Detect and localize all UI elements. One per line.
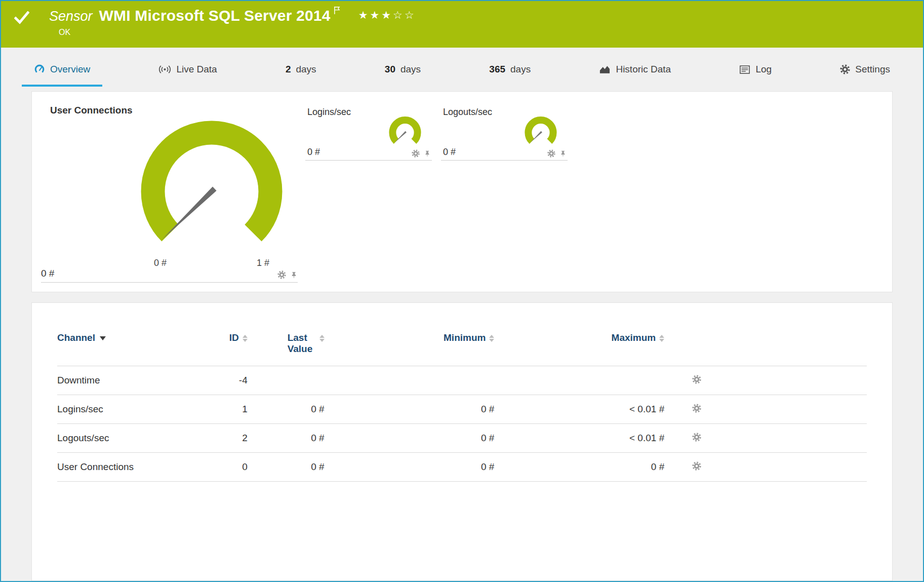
channel-id: 0 — [207, 453, 248, 482]
channel-last-value: 0 # — [248, 424, 325, 453]
channel-minimum — [325, 366, 495, 395]
status-ok-check-icon — [14, 11, 29, 26]
tab-label: Historic Data — [616, 64, 671, 75]
tab-bar: Overview Live Data 2 days 30 days 365 — [1, 48, 923, 91]
column-label: ID — [229, 332, 239, 343]
column-header-maximum[interactable]: Maximum — [494, 332, 664, 366]
gear-icon[interactable] — [277, 270, 286, 279]
channel-name[interactable]: Downtime — [57, 366, 207, 395]
channel-name[interactable]: Logouts/sec — [57, 424, 207, 453]
tab-30-days[interactable]: 30 days — [380, 48, 426, 91]
gear-icon[interactable] — [412, 149, 420, 158]
column-header-channel[interactable]: Channel — [57, 332, 207, 366]
pin-icon[interactable] — [290, 271, 298, 279]
sensor-status-text: OK — [59, 28, 923, 37]
channel-settings-gear-icon[interactable] — [692, 433, 701, 442]
gauge-scale-labels: 0 # 1 # — [126, 258, 298, 268]
prtg-sensor-page: Sensor WMI Microsoft SQL Server 2014 ★★★… — [0, 0, 924, 582]
tab-number: 2 — [286, 64, 291, 75]
column-label: Last Value — [288, 332, 316, 355]
channel-settings-gear-icon[interactable] — [692, 404, 701, 413]
gear-icon — [840, 64, 850, 74]
gauge-scale-max: 1 # — [257, 258, 269, 268]
gear-icon[interactable] — [547, 149, 555, 158]
tab-live-data[interactable]: Live Data — [153, 48, 222, 91]
tab-label: Overview — [50, 64, 90, 75]
channel-last-value: 0 # — [248, 395, 325, 424]
tab-historic-data[interactable]: Historic Data — [594, 48, 676, 91]
channel-settings-gear-icon[interactable] — [692, 461, 701, 471]
tab-label: Log — [755, 64, 772, 75]
column-label: Channel — [57, 332, 95, 343]
live-signal-icon — [158, 64, 171, 75]
tab-label: days — [400, 64, 421, 75]
sort-icon[interactable] — [489, 335, 494, 342]
sort-icon[interactable] — [319, 335, 325, 342]
gauge-scale-min: 0 # — [154, 258, 167, 268]
overview-gauges-panel: User Connections 0 # 1 # 0 # — [31, 91, 893, 292]
channel-table: Channel ID Last Value Minimum Maximum — [57, 332, 867, 482]
column-header-minimum[interactable]: Minimum — [325, 332, 495, 366]
sensor-header: Sensor WMI Microsoft SQL Server 2014 ★★★… — [1, 1, 923, 48]
logouts-gauge-module: Logouts/sec 0 # — [441, 104, 568, 161]
logouts-gauge — [520, 113, 561, 150]
channel-id: 2 — [207, 424, 248, 453]
priority-star-rating[interactable]: ★★★☆☆ — [358, 9, 416, 21]
channel-id: -4 — [207, 366, 248, 395]
tab-label: Settings — [855, 64, 890, 75]
channel-maximum: < 0.01 # — [494, 395, 664, 424]
tab-365-days[interactable]: 365 days — [484, 48, 536, 91]
channel-last-value — [248, 366, 325, 395]
main-gauge-footer: 0 # — [41, 267, 298, 283]
sort-desc-icon — [100, 336, 106, 340]
channel-last-value: 0 # — [248, 453, 325, 482]
header-text: Sensor WMI Microsoft SQL Server 2014 ★★★… — [49, 1, 923, 37]
column-header-id[interactable]: ID — [207, 332, 248, 366]
logins-gauge — [384, 113, 426, 150]
channel-minimum: 0 # — [325, 424, 495, 453]
small-gauge-value: 0 # — [307, 147, 320, 158]
sort-icon[interactable] — [243, 335, 248, 342]
sort-icon[interactable] — [659, 335, 664, 342]
tab-label: Live Data — [176, 64, 217, 75]
tab-overview[interactable]: Overview — [29, 48, 95, 91]
table-row: User Connections 0 0 # 0 # 0 # — [57, 453, 867, 482]
user-connections-gauge — [126, 115, 298, 267]
channel-table-panel: Channel ID Last Value Minimum Maximum — [31, 302, 893, 581]
logins-gauge-module: Logins/sec 0 # — [305, 104, 432, 161]
sensor-title: WMI Microsoft SQL Server 2014 — [99, 7, 331, 24]
flag-icon — [334, 6, 340, 17]
object-kind-label: Sensor — [49, 9, 93, 24]
tab-number: 365 — [489, 64, 505, 75]
channel-id: 1 — [207, 395, 248, 424]
pin-icon[interactable] — [424, 150, 431, 157]
tab-number: 30 — [385, 64, 395, 75]
tab-2-days[interactable]: 2 days — [280, 48, 322, 91]
tab-label: days — [510, 64, 531, 75]
gauge-icon — [34, 64, 45, 75]
log-list-icon — [739, 65, 750, 74]
column-header-last-value[interactable]: Last Value — [248, 332, 325, 366]
channel-name[interactable]: User Connections — [57, 453, 207, 482]
table-row: Logins/sec 1 0 # 0 # < 0.01 # — [57, 395, 867, 424]
channel-maximum: < 0.01 # — [494, 424, 664, 453]
channel-settings-gear-icon[interactable] — [692, 375, 701, 384]
main-gauge-value: 0 # — [41, 268, 54, 279]
column-label: Minimum — [444, 332, 486, 343]
small-gauge-value: 0 # — [443, 147, 456, 158]
tab-label: days — [296, 64, 316, 75]
tab-settings[interactable]: Settings — [835, 48, 895, 91]
channel-maximum — [494, 366, 664, 395]
column-label: Maximum — [612, 332, 656, 343]
tab-log[interactable]: Log — [734, 48, 777, 91]
channel-minimum: 0 # — [325, 453, 495, 482]
table-row: Downtime -4 — [57, 366, 867, 395]
channel-maximum: 0 # — [494, 453, 664, 482]
area-chart-icon — [599, 64, 611, 74]
main-gauge-title: User Connections — [50, 105, 133, 116]
channel-minimum: 0 # — [325, 395, 495, 424]
table-row: Logouts/sec 2 0 # 0 # < 0.01 # — [57, 424, 867, 453]
pin-icon[interactable] — [559, 150, 567, 157]
channel-name[interactable]: Logins/sec — [57, 395, 207, 424]
